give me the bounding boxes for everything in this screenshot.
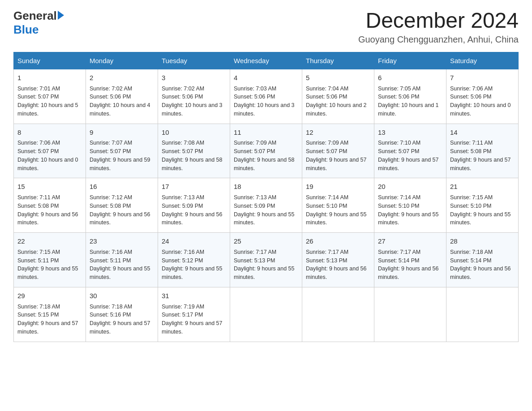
day-info: Sunrise: 7:03 AMSunset: 5:06 PMDaylight:… [234, 85, 298, 118]
day-cell: 17Sunrise: 7:13 AMSunset: 5:09 PMDayligh… [158, 178, 230, 233]
week-row-1: 1Sunrise: 7:01 AMSunset: 5:07 PMDaylight… [14, 69, 519, 124]
day-number: 5 [306, 73, 370, 83]
day-cell: 7Sunrise: 7:06 AMSunset: 5:06 PMDaylight… [446, 69, 519, 124]
day-number: 25 [234, 236, 298, 246]
day-number: 19 [306, 182, 370, 192]
week-row-5: 29Sunrise: 7:18 AMSunset: 5:15 PMDayligh… [14, 287, 519, 342]
day-cell: 26Sunrise: 7:17 AMSunset: 5:13 PMDayligh… [302, 233, 374, 287]
day-info: Sunrise: 7:08 AMSunset: 5:07 PMDaylight:… [162, 139, 226, 172]
day-info: Sunrise: 7:14 AMSunset: 5:10 PMDaylight:… [306, 193, 370, 227]
day-cell: 1Sunrise: 7:01 AMSunset: 5:07 PMDaylight… [14, 69, 86, 124]
day-cell: 23Sunrise: 7:16 AMSunset: 5:11 PMDayligh… [86, 233, 158, 287]
day-cell: 2Sunrise: 7:02 AMSunset: 5:06 PMDaylight… [86, 69, 158, 124]
day-cell: 18Sunrise: 7:13 AMSunset: 5:09 PMDayligh… [230, 178, 302, 233]
day-number: 29 [17, 291, 82, 301]
title-block: December 2024 Guoyang Chengguanzhen, Anh… [358, 9, 519, 45]
day-info: Sunrise: 7:05 AMSunset: 5:06 PMDaylight:… [378, 85, 442, 118]
day-number: 1 [17, 73, 82, 83]
logo-blue-text: Blue [13, 23, 64, 37]
day-cell: 12Sunrise: 7:09 AMSunset: 5:07 PMDayligh… [302, 124, 374, 178]
column-header-wednesday: Wednesday [230, 52, 302, 69]
day-info: Sunrise: 7:02 AMSunset: 5:06 PMDaylight:… [162, 85, 226, 118]
day-number: 23 [90, 236, 154, 246]
day-info: Sunrise: 7:17 AMSunset: 5:13 PMDaylight:… [306, 248, 370, 282]
day-number: 7 [450, 73, 515, 83]
month-title: December 2024 [358, 9, 519, 33]
day-cell: 20Sunrise: 7:14 AMSunset: 5:10 PMDayligh… [374, 178, 446, 233]
day-number: 11 [234, 128, 298, 137]
day-cell [374, 287, 446, 342]
day-number: 20 [378, 182, 442, 192]
day-number: 16 [90, 182, 154, 192]
day-cell [302, 287, 374, 342]
page-header: General Blue December 2024 Guoyang Cheng… [13, 9, 519, 45]
day-cell [446, 287, 519, 342]
day-cell: 4Sunrise: 7:03 AMSunset: 5:06 PMDaylight… [230, 69, 302, 124]
day-number: 9 [90, 128, 154, 137]
day-cell: 22Sunrise: 7:15 AMSunset: 5:11 PMDayligh… [14, 233, 86, 287]
day-cell: 13Sunrise: 7:10 AMSunset: 5:07 PMDayligh… [374, 124, 446, 178]
day-info: Sunrise: 7:13 AMSunset: 5:09 PMDaylight:… [234, 193, 298, 227]
column-header-sunday: Sunday [14, 52, 86, 69]
week-row-4: 22Sunrise: 7:15 AMSunset: 5:11 PMDayligh… [14, 233, 519, 287]
day-cell: 31Sunrise: 7:19 AMSunset: 5:17 PMDayligh… [158, 287, 230, 342]
day-number: 17 [162, 182, 226, 192]
day-info: Sunrise: 7:06 AMSunset: 5:06 PMDaylight:… [450, 85, 515, 118]
day-cell: 25Sunrise: 7:17 AMSunset: 5:13 PMDayligh… [230, 233, 302, 287]
day-cell: 19Sunrise: 7:14 AMSunset: 5:10 PMDayligh… [302, 178, 374, 233]
day-info: Sunrise: 7:12 AMSunset: 5:08 PMDaylight:… [90, 193, 154, 227]
day-info: Sunrise: 7:15 AMSunset: 5:11 PMDaylight:… [17, 248, 82, 282]
day-cell: 11Sunrise: 7:09 AMSunset: 5:07 PMDayligh… [230, 124, 302, 178]
day-info: Sunrise: 7:02 AMSunset: 5:06 PMDaylight:… [90, 85, 154, 118]
day-info: Sunrise: 7:16 AMSunset: 5:11 PMDaylight:… [90, 248, 154, 282]
day-info: Sunrise: 7:18 AMSunset: 5:15 PMDaylight:… [17, 303, 82, 336]
logo-general-text: General [13, 9, 57, 23]
day-number: 18 [234, 182, 298, 192]
day-info: Sunrise: 7:14 AMSunset: 5:10 PMDaylight:… [378, 193, 442, 227]
location-title: Guoyang Chengguanzhen, Anhui, China [358, 34, 519, 45]
day-info: Sunrise: 7:13 AMSunset: 5:09 PMDaylight:… [162, 193, 226, 227]
day-cell: 30Sunrise: 7:18 AMSunset: 5:16 PMDayligh… [86, 287, 158, 342]
day-number: 2 [90, 73, 154, 83]
logo-arrow-icon [58, 11, 64, 20]
day-number: 27 [378, 236, 442, 246]
day-cell: 8Sunrise: 7:06 AMSunset: 5:07 PMDaylight… [14, 124, 86, 178]
day-number: 10 [162, 128, 226, 137]
day-cell: 6Sunrise: 7:05 AMSunset: 5:06 PMDaylight… [374, 69, 446, 124]
day-cell: 15Sunrise: 7:11 AMSunset: 5:08 PMDayligh… [14, 178, 86, 233]
day-number: 14 [450, 128, 515, 137]
day-info: Sunrise: 7:16 AMSunset: 5:12 PMDaylight:… [162, 248, 226, 282]
day-number: 13 [378, 128, 442, 137]
day-cell: 29Sunrise: 7:18 AMSunset: 5:15 PMDayligh… [14, 287, 86, 342]
day-cell: 5Sunrise: 7:04 AMSunset: 5:06 PMDaylight… [302, 69, 374, 124]
week-row-3: 15Sunrise: 7:11 AMSunset: 5:08 PMDayligh… [14, 178, 519, 233]
calendar-table: SundayMondayTuesdayWednesdayThursdayFrid… [13, 52, 519, 342]
day-cell: 27Sunrise: 7:17 AMSunset: 5:14 PMDayligh… [374, 233, 446, 287]
day-cell: 10Sunrise: 7:08 AMSunset: 5:07 PMDayligh… [158, 124, 230, 178]
day-info: Sunrise: 7:11 AMSunset: 5:08 PMDaylight:… [450, 139, 515, 172]
week-row-2: 8Sunrise: 7:06 AMSunset: 5:07 PMDaylight… [14, 124, 519, 178]
day-number: 26 [306, 236, 370, 246]
day-info: Sunrise: 7:10 AMSunset: 5:07 PMDaylight:… [378, 139, 442, 172]
day-cell: 28Sunrise: 7:18 AMSunset: 5:14 PMDayligh… [446, 233, 519, 287]
day-cell: 9Sunrise: 7:07 AMSunset: 5:07 PMDaylight… [86, 124, 158, 178]
day-number: 28 [450, 236, 515, 246]
day-number: 21 [450, 182, 515, 192]
day-info: Sunrise: 7:01 AMSunset: 5:07 PMDaylight:… [17, 85, 82, 118]
column-header-monday: Monday [86, 52, 158, 69]
day-info: Sunrise: 7:17 AMSunset: 5:13 PMDaylight:… [234, 248, 298, 282]
day-number: 30 [90, 291, 154, 301]
day-info: Sunrise: 7:09 AMSunset: 5:07 PMDaylight:… [306, 139, 370, 172]
day-number: 4 [234, 73, 298, 83]
day-info: Sunrise: 7:15 AMSunset: 5:10 PMDaylight:… [450, 193, 515, 227]
logo: General Blue [13, 9, 64, 37]
day-info: Sunrise: 7:19 AMSunset: 5:17 PMDaylight:… [162, 303, 226, 336]
day-info: Sunrise: 7:18 AMSunset: 5:16 PMDaylight:… [90, 303, 154, 336]
column-header-thursday: Thursday [302, 52, 374, 69]
day-info: Sunrise: 7:06 AMSunset: 5:07 PMDaylight:… [17, 139, 82, 172]
day-info: Sunrise: 7:11 AMSunset: 5:08 PMDaylight:… [17, 193, 82, 227]
day-cell: 16Sunrise: 7:12 AMSunset: 5:08 PMDayligh… [86, 178, 158, 233]
day-number: 24 [162, 236, 226, 246]
column-header-saturday: Saturday [446, 52, 519, 69]
day-cell [230, 287, 302, 342]
